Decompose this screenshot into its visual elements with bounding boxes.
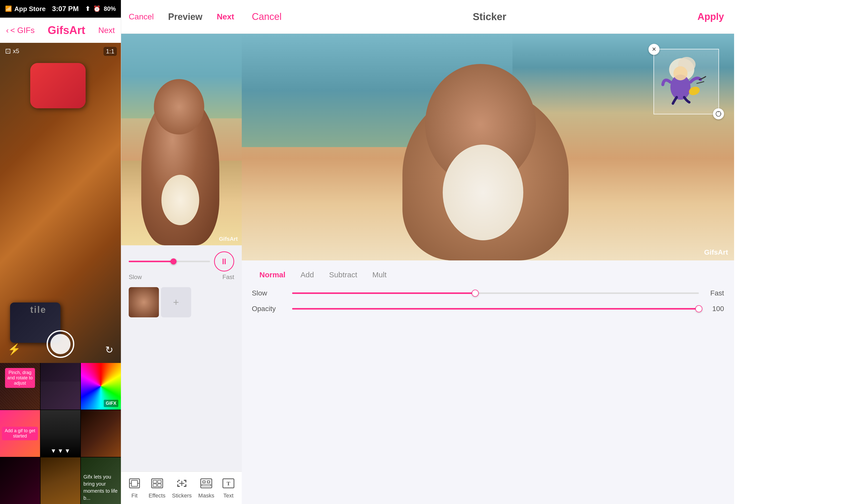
play-pause-button[interactable]: ⏸ <box>214 251 234 272</box>
speed-thumb[interactable] <box>171 258 176 264</box>
svg-rect-12 <box>203 481 205 483</box>
sticker-canvas[interactable]: GifsArt ✕ <box>242 34 734 260</box>
gif-timeline: + <box>121 283 242 321</box>
masks-label: Masks <box>198 492 214 499</box>
svg-rect-8 <box>158 484 161 487</box>
blend-add[interactable]: Add <box>293 268 321 282</box>
svg-rect-5 <box>153 480 157 483</box>
chevron-left-icon: ‹ <box>6 26 9 35</box>
fast-label: Fast <box>704 289 724 297</box>
sticker-title: Sticker <box>473 11 506 23</box>
stickers-icon <box>174 477 189 490</box>
tile-brand-text: tile <box>30 304 46 315</box>
battery-label: 80% <box>104 5 116 12</box>
effects-icon <box>149 477 165 490</box>
blend-subtract[interactable]: Subtract <box>321 268 365 282</box>
red-case-object <box>30 63 86 108</box>
opacity-slider[interactable] <box>292 308 699 309</box>
tool-effects[interactable]: Effects <box>148 477 166 499</box>
slow-label: Slow <box>129 274 142 280</box>
rotate-camera-icon[interactable]: ↻ <box>105 344 113 356</box>
gallery-item[interactable] <box>41 457 81 504</box>
blend-normal[interactable]: Normal <box>252 268 293 282</box>
camera-panel: 📶 App Store 3:07 PM ⬆ ⏰ 80% ‹ < GIFs Gif… <box>0 0 121 504</box>
status-right: ⬆ ⏰ 80% <box>85 5 116 12</box>
gif-frame[interactable] <box>129 287 159 317</box>
frame-counter: ⊡ x5 <box>5 47 19 55</box>
app-header: ‹ < GIFs GifsArt Next <box>0 18 121 43</box>
bottom-toolbar: Fit Effects <box>121 472 242 504</box>
apply-button[interactable]: Apply <box>697 11 724 22</box>
gallery-item[interactable]: Pinch, drag and rotate to adjust <box>0 363 40 409</box>
alarm-icon: ⏰ <box>93 5 101 12</box>
shutter-area <box>47 330 74 358</box>
gallery-item[interactable]: Gifx lets you bring yourmoments to life … <box>81 457 121 504</box>
wifi-icon: 📶 <box>5 5 12 12</box>
svg-rect-11 <box>201 479 212 488</box>
gallery-item[interactable]: GIFX <box>81 363 121 409</box>
dog-chest <box>443 145 523 240</box>
speed-slider[interactable] <box>129 261 210 262</box>
cancel-button[interactable]: Cancel <box>129 12 154 21</box>
add-frame-button[interactable]: + <box>161 287 191 317</box>
blend-modes-bar: Normal Add Subtract Mult <box>242 260 734 287</box>
aspect-ratio[interactable]: 1:1 <box>103 47 117 56</box>
sticker-rotate-handle[interactable] <box>713 108 724 119</box>
opacity-value: 100 <box>704 305 724 313</box>
preview-panel: Cancel Preview Next GifsArt <box>121 0 242 504</box>
sticker-character <box>657 54 712 105</box>
fit-icon <box>127 477 142 490</box>
text-label: Text <box>224 492 233 499</box>
sticker-panel: Cancel Sticker Apply GifsArt ✕ <box>242 0 734 504</box>
speed-thumb[interactable] <box>472 290 479 297</box>
tool-fit[interactable]: Fit <box>127 477 142 499</box>
tool-stickers[interactable]: Stickers <box>172 477 192 499</box>
shutter-button[interactable] <box>47 330 74 358</box>
speed-slider[interactable] <box>292 292 699 294</box>
speed-slider-row: Slow Fast <box>252 289 724 297</box>
location-icon: ⬆ <box>85 5 90 12</box>
opacity-label: Opacity <box>252 305 287 313</box>
text-icon: T <box>221 477 236 490</box>
tool-masks[interactable]: Masks <box>198 477 214 499</box>
back-button[interactable]: ‹ < GIFs <box>6 26 35 35</box>
camera-view[interactable]: tile ⊡ x5 1:1 ⚡ ↻ <box>0 43 121 363</box>
app-store-label: App Store <box>14 5 46 13</box>
speed-fill <box>129 261 173 262</box>
gallery-hint-label: Pinch, drag and rotate to adjust <box>5 368 35 388</box>
svg-text:T: T <box>227 480 230 487</box>
svg-rect-13 <box>207 481 210 483</box>
gallery-item[interactable]: ▼ ▼ ▼ <box>41 410 81 457</box>
shutter-inner <box>51 334 71 354</box>
time-display: 3:07 PM <box>52 5 79 13</box>
stickers-label: Stickers <box>172 492 192 499</box>
gallery-promo-label: Add a gif to get started <box>2 427 38 440</box>
next-button[interactable]: Next <box>98 26 115 35</box>
triangle-icons: ▼ ▼ ▼ <box>51 447 70 455</box>
opacity-thumb[interactable] <box>695 305 702 312</box>
blend-mult[interactable]: Mult <box>365 268 394 282</box>
svg-rect-14 <box>202 484 211 486</box>
next-button[interactable]: Next <box>217 12 234 21</box>
plus-icon: + <box>173 297 179 308</box>
dog-body <box>134 69 229 245</box>
gallery-item[interactable] <box>81 410 121 457</box>
opacity-slider-row: Opacity 100 <box>252 305 724 313</box>
effects-label: Effects <box>148 492 166 499</box>
preview-header: Cancel Preview Next <box>121 0 242 34</box>
sticker-close-button[interactable]: ✕ <box>648 44 660 55</box>
gallery-grid: Pinch, drag and rotate to adjust GIFX Ad… <box>0 363 121 504</box>
masks-icon <box>199 477 214 490</box>
svg-point-24 <box>673 66 688 80</box>
tool-text[interactable]: T Text <box>221 477 236 499</box>
status-left: 📶 App Store <box>5 5 46 13</box>
sticker-selection-box[interactable]: ✕ <box>654 49 719 114</box>
cancel-button[interactable]: Cancel <box>252 11 282 22</box>
gallery-item[interactable] <box>41 363 81 409</box>
frame-icon: ⊡ <box>5 47 11 55</box>
gallery-item[interactable]: Add a gif to get started <box>0 410 40 457</box>
gallery-item[interactable] <box>0 457 40 504</box>
speed-slider-row: ⏸ <box>129 251 234 272</box>
dog-photo: GifsArt <box>121 34 242 245</box>
flash-icon[interactable]: ⚡ <box>8 343 21 356</box>
